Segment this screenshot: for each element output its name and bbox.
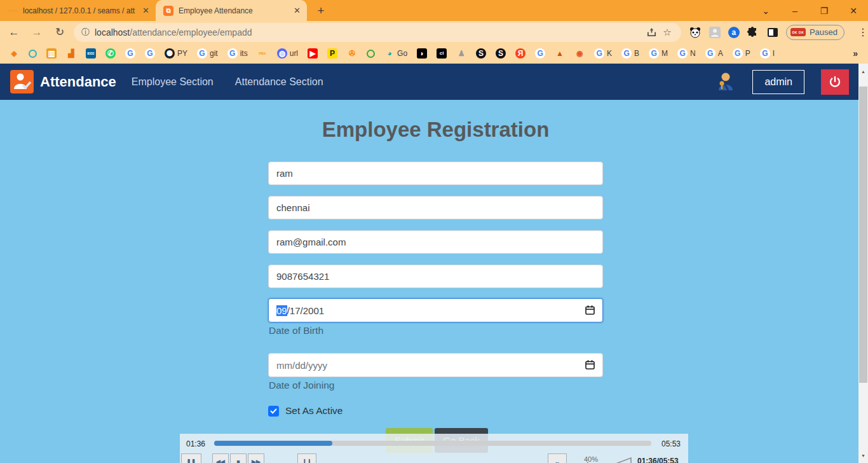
bookmark-label: A: [718, 49, 723, 58]
a-extension-icon[interactable]: a: [728, 27, 740, 38]
google-bookmark[interactable]: GB: [621, 48, 639, 59]
bookmarks-overflow-icon[interactable]: »: [853, 48, 858, 59]
url-blue-bookmark[interactable]: ◍url: [277, 48, 298, 59]
bird-black-bookmark[interactable]: ◗: [417, 48, 427, 59]
panda-extension-icon[interactable]: [689, 26, 702, 39]
forward-button[interactable]: →: [28, 24, 46, 41]
diamond-bookmark[interactable]: ◆: [9, 48, 19, 59]
stop-button[interactable]: ■: [230, 453, 247, 463]
player-current-time: 01:36: [186, 439, 205, 448]
skip-end-button[interactable]: ▶▶: [248, 453, 264, 463]
city-input[interactable]: [268, 196, 603, 219]
p-yellow-bookmark[interactable]: P: [327, 48, 337, 59]
name-input[interactable]: [268, 162, 603, 185]
craigslist-bookmark[interactable]: cl: [437, 48, 447, 59]
extensions-row: a OK OK Paused ⋮: [689, 25, 868, 40]
chart-cube-bookmark[interactable]: ▥: [46, 48, 57, 59]
new-tab-button[interactable]: +: [312, 2, 330, 20]
google-bookmark[interactable]: GN: [677, 48, 696, 59]
tab-search-chevron-icon[interactable]: ⌄: [751, 0, 780, 21]
google-bookmark[interactable]: Gits: [227, 48, 248, 59]
person-gray-favicon-icon: ♟: [456, 48, 466, 59]
brand[interactable]: Attendance: [10, 70, 116, 93]
green-ring-bookmark[interactable]: [367, 50, 375, 58]
nav-employee-section[interactable]: Employee Section: [132, 76, 214, 88]
matlab-bookmark[interactable]: ▲: [555, 48, 565, 59]
address-bar[interactable]: ⓘ localhost/attendance/employee/empadd ☆: [74, 23, 681, 42]
scroll-down-icon[interactable]: ▼: [858, 450, 868, 460]
pause-button[interactable]: ❚❚: [181, 453, 201, 463]
eye-orange-favicon-icon: ◉: [574, 48, 585, 59]
dob-input[interactable]: 09 /17/2001: [268, 298, 603, 322]
calendar-icon[interactable]: [585, 360, 595, 371]
bookmark-star-icon[interactable]: ☆: [660, 27, 675, 38]
calendar-icon[interactable]: [585, 305, 595, 317]
phone-input[interactable]: [268, 265, 603, 288]
bookmark-label: P: [745, 49, 750, 58]
whatsapp-bookmark[interactable]: ✆: [105, 48, 116, 59]
google-bookmark[interactable]: GI: [760, 48, 775, 59]
camera-orange-favicon-icon: ✇: [347, 48, 357, 59]
google-bookmark[interactable]: GP: [733, 48, 750, 59]
youtube-bookmark[interactable]: ▶: [308, 48, 318, 59]
tab-close-icon[interactable]: ✕: [142, 6, 149, 15]
yandex-bookmark[interactable]: Я: [515, 48, 526, 59]
profile-extension-icon[interactable]: [709, 26, 721, 39]
logout-power-button[interactable]: [821, 69, 849, 95]
teal-ring-bookmark[interactable]: [29, 50, 37, 58]
paused-extension-pill[interactable]: OK OK Paused: [786, 25, 844, 40]
google-bookmark[interactable]: G: [125, 48, 135, 59]
craigslist-favicon-icon: cl: [437, 48, 447, 59]
google-favicon-icon: G: [227, 48, 238, 59]
scrollbar-thumb[interactable]: [859, 86, 867, 383]
window-restore-button[interactable]: ❐: [810, 0, 839, 21]
google-bookmark[interactable]: GA: [705, 48, 723, 59]
share-icon[interactable]: [644, 27, 660, 37]
diamond-favicon-icon: ◆: [9, 48, 19, 59]
admin-user-button[interactable]: admin: [752, 70, 804, 94]
bookmark-label: git: [210, 49, 218, 58]
player-seekbar[interactable]: [214, 441, 651, 446]
camera-orange-bookmark[interactable]: ✇: [347, 48, 357, 59]
dob-month-selected: 09: [276, 305, 287, 316]
tab-phpmyadmin[interactable]: PMA localhost / 127.0.0.1 / seams / att …: [0, 0, 156, 21]
google-bookmark[interactable]: GK: [594, 48, 612, 59]
nav-attendance-section[interactable]: Attendance Section: [235, 76, 323, 88]
window-minimize-button[interactable]: –: [780, 0, 810, 21]
google-bookmark[interactable]: Ggit: [197, 48, 218, 59]
active-checkbox[interactable]: [268, 406, 279, 417]
green-ring-favicon-icon: [367, 50, 375, 58]
google-bookmark[interactable]: G: [535, 48, 545, 59]
fit-window-button[interactable]: ↔: [548, 453, 567, 463]
phpmyadmin-bookmark[interactable]: PMA: [257, 48, 268, 59]
extensions-puzzle-icon[interactable]: [747, 26, 759, 39]
google-bookmark[interactable]: GM: [649, 48, 668, 59]
s-black-bookmark[interactable]: S: [476, 48, 486, 59]
google-favicon-icon: G: [125, 48, 135, 59]
s-black-bookmark[interactable]: S: [496, 48, 506, 59]
go-teal-bookmark[interactable]: ◕Go: [384, 48, 407, 59]
doj-input[interactable]: mm/dd/yyyy: [268, 353, 603, 377]
browser-menu-icon[interactable]: ⋮: [858, 26, 868, 38]
reload-button[interactable]: ↻: [51, 24, 69, 41]
page-scrollbar[interactable]: ▲ ▼: [858, 64, 868, 463]
frame-step-button[interactable]: ❙❙: [297, 453, 316, 463]
skip-start-button[interactable]: ◀◀: [212, 453, 229, 463]
analytics-bookmark[interactable]: ▟: [66, 48, 76, 59]
back-button[interactable]: ←: [5, 24, 23, 41]
ieee-bookmark[interactable]: IEEE: [86, 48, 96, 59]
progress-fill: [214, 441, 332, 446]
google-favicon-icon: G: [760, 48, 770, 59]
tab-employee-attendance[interactable]: ⧉ Employee Attendance ✕: [156, 0, 307, 21]
github-bookmark[interactable]: ⚈PY: [165, 48, 187, 59]
google-bookmark[interactable]: G: [145, 48, 155, 59]
person-gray-bookmark[interactable]: ♟: [456, 48, 466, 59]
scroll-up-icon[interactable]: ▲: [858, 66, 868, 76]
tab-close-icon[interactable]: ✕: [294, 6, 301, 15]
site-info-icon[interactable]: ⓘ: [81, 27, 90, 38]
window-close-button[interactable]: ✕: [839, 0, 868, 21]
eye-orange-bookmark[interactable]: ◉: [574, 48, 585, 59]
volume-wedge-icon[interactable]: [607, 457, 632, 463]
side-panel-icon[interactable]: [766, 26, 779, 39]
email-input[interactable]: [268, 230, 603, 254]
